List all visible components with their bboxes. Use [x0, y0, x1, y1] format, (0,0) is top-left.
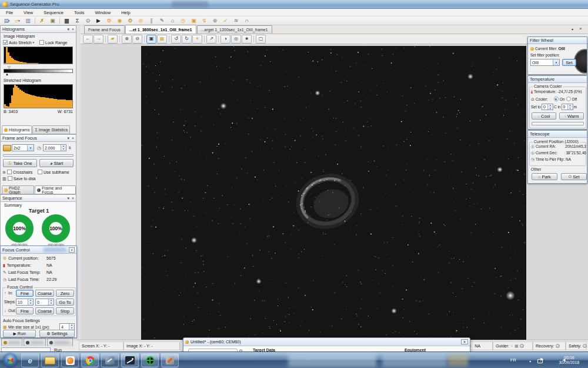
in-coarse-button[interactable]: Coarse	[35, 290, 54, 297]
park-button[interactable]: ⌂ Park	[532, 173, 557, 180]
dock-tab[interactable]	[1, 338, 22, 346]
menu-view[interactable]: View	[22, 9, 34, 16]
white-point-marker[interactable]: ▽	[8, 65, 11, 69]
auto-stretch-checkbox[interactable]	[3, 40, 8, 45]
taskbar-ie-icon[interactable]: e	[21, 353, 39, 367]
mosaic-wizard-button[interactable]: ✎	[157, 16, 167, 25]
marker-button[interactable]: ↯	[199, 16, 209, 25]
menu-help[interactable]: Help	[120, 9, 131, 16]
tab-close-icon[interactable]: ×	[579, 26, 582, 31]
focuser-settings-button[interactable]: ⚙	[125, 16, 135, 25]
clock[interactable]: 00:09 30/09/2018	[554, 356, 584, 365]
crop-tool-button[interactable]: ▰	[108, 35, 118, 44]
crosshairs-checkbox[interactable]	[7, 170, 12, 174]
close-icon[interactable]: ×	[461, 339, 468, 344]
zoom-fit-button[interactable]: ▣	[146, 35, 156, 44]
guider-button[interactable]: ⊛	[210, 16, 220, 25]
filter-dropdown[interactable]: OIII ▾	[530, 59, 560, 66]
close-icon[interactable]: ×	[72, 136, 74, 140]
out-fine-button[interactable]: Fine	[16, 307, 34, 314]
checklist-button[interactable]: ✓	[220, 16, 230, 25]
observatory-button[interactable]: ⌂	[168, 16, 178, 25]
tab-scroll-icon[interactable]: ▾	[572, 27, 573, 31]
close-icon[interactable]: ×	[69, 247, 75, 253]
save-to-disk-control[interactable]: ▥ Save to disk	[2, 176, 36, 181]
graph-button[interactable]: ≋	[231, 16, 241, 25]
zoom-out-button[interactable]: ⊖	[132, 35, 142, 44]
binning-dropdown[interactable]: 2x2 ▾	[12, 144, 34, 151]
stop-button[interactable]: Stop	[56, 307, 74, 314]
taskbar-phd2-icon[interactable]	[141, 353, 159, 367]
star-metrics-button[interactable]: ★	[242, 35, 252, 44]
auto-stretch-button[interactable]: ☀	[192, 35, 202, 44]
temperature-header[interactable]: Temperature	[528, 76, 587, 83]
chevron-down-icon[interactable]: ▾	[67, 136, 69, 140]
in-fine-button[interactable]: Fine	[16, 290, 34, 297]
export-button[interactable]: ↗	[206, 35, 216, 44]
zoom-in-button[interactable]: ⊕	[122, 35, 132, 44]
starfield-image[interactable]	[141, 46, 526, 340]
take-one-button[interactable]: ① Take One	[3, 159, 37, 167]
warm-button[interactable]: ↑ Warm	[559, 112, 584, 120]
sequence-panel-header[interactable]: Sequence ▾ ×	[1, 195, 76, 202]
histograms-panel-header[interactable]: Histograms ▾ ×	[1, 26, 76, 33]
telescope-header[interactable]: Telescope	[528, 131, 587, 138]
save-sequence-button[interactable]: ▥	[23, 16, 33, 25]
lock-range-control[interactable]: Lock Range	[39, 40, 67, 45]
spin-down-icon[interactable]: ▾	[61, 148, 66, 151]
chevron-down-icon[interactable]: ▾	[67, 27, 69, 31]
taskbar-media-player-icon[interactable]	[61, 353, 79, 367]
contrast-button[interactable]: ◑	[220, 35, 230, 44]
equipment-profile-button[interactable]: ✗	[37, 16, 47, 25]
image-tab-1[interactable]: ...et 1_3600sec_1x1_OIII_frame1	[125, 25, 196, 34]
frame-focus-panel-header[interactable]: Frame and Focus ▾ ×	[1, 135, 76, 142]
tab-phd2-graph[interactable]: PHD2 Graph	[2, 185, 34, 194]
out-coarse-button[interactable]: Coarse	[35, 307, 54, 314]
autofocus-button[interactable]: ◎	[136, 16, 146, 25]
stretch-gradient-bar[interactable]	[4, 69, 73, 73]
rotate-right-button[interactable]: ↻	[182, 35, 192, 44]
image-tab-0[interactable]: Frame and Focus	[84, 25, 125, 34]
tab-frame-and-focus[interactable]: Frame and Focus	[35, 185, 76, 194]
taskbar-utility-icon[interactable]	[161, 353, 179, 367]
dock-tab[interactable]	[47, 338, 73, 346]
sequencer-titlebar[interactable]: Untitled* - (cem60; CEM60) ×	[183, 338, 470, 346]
pixel-view-button[interactable]: ▦	[157, 35, 167, 44]
dropdown-arrow-icon[interactable]: ▾	[8, 18, 10, 24]
run-button[interactable]: ▶ Run	[3, 330, 36, 337]
set-filter-button[interactable]: Set	[562, 59, 576, 66]
notifications-button[interactable]: ∩	[242, 16, 252, 25]
goto-position-spinner[interactable]: 0 ▴▾	[35, 299, 54, 306]
reticle-button[interactable]: ◎	[231, 35, 241, 44]
forward-button[interactable]: →	[93, 35, 103, 44]
close-icon[interactable]: ×	[72, 196, 74, 200]
start-button[interactable]: ◕ Start	[39, 159, 74, 167]
focus-control-titlebar[interactable]: Focus Control ×	[1, 246, 76, 254]
set-park-button[interactable]: ⊙ Set	[561, 173, 587, 180]
taskbar-planetarium-icon[interactable]	[101, 353, 119, 367]
control-panel-button[interactable]: ▣	[48, 16, 58, 25]
delay-options-button[interactable]: ◷	[178, 16, 188, 25]
camera-settings-button[interactable]: ⚙	[104, 16, 114, 25]
black-point-marker[interactable]: ▲	[5, 72, 9, 76]
go-to-button[interactable]: Go To	[56, 299, 74, 306]
taskbar-explorer-icon[interactable]	[41, 353, 59, 367]
menu-window[interactable]: Window	[94, 9, 112, 16]
back-button[interactable]: ←	[83, 35, 93, 44]
image-statistics-button[interactable]: Σ	[72, 16, 82, 25]
show-hidden-icons[interactable]: ▴	[529, 359, 531, 363]
set-temp-spinner[interactable]: 0 ▴▾	[542, 104, 553, 110]
auto-stretch-control[interactable]: Auto Stretch ▾	[3, 40, 34, 45]
lock-range-checkbox[interactable]	[39, 40, 44, 45]
tab-histograms[interactable]: Histograms	[2, 125, 32, 134]
start-button[interactable]	[3, 353, 17, 367]
save-to-disk-checkbox[interactable]	[8, 176, 12, 181]
cool-button[interactable]: ↓ Cool	[532, 112, 556, 120]
steps-spinner[interactable]: 10 ▴▾	[16, 299, 34, 306]
open-sequence-button[interactable]: ▱▾	[12, 16, 22, 25]
dock-tab[interactable]	[24, 338, 46, 346]
find-button[interactable]: ⊙	[83, 16, 93, 25]
chevron-down-icon[interactable]: ▾	[67, 196, 69, 200]
cooler-off-radio[interactable]	[566, 97, 571, 101]
new-sequence-button[interactable]: ▤▾	[2, 16, 12, 25]
